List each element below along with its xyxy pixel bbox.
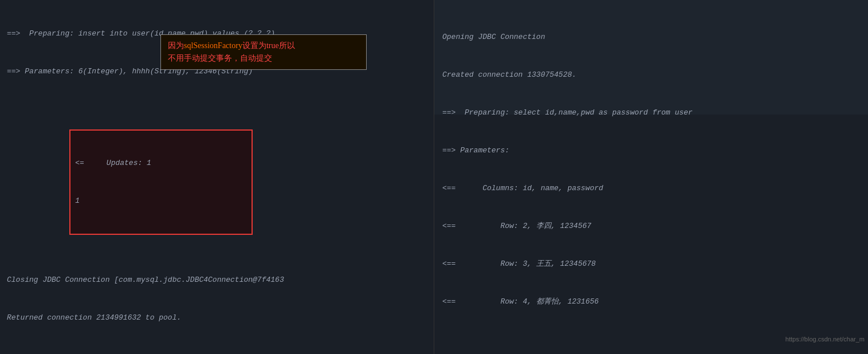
- rc-7: <== Row: 3, 王五, 12345678: [442, 258, 860, 270]
- rc-3: ==> Preparing: select id,name,pwd as pas…: [442, 107, 860, 119]
- red-border-box-left: <= Updates: 1 1: [69, 129, 253, 235]
- rc-4: ==> Parameters:: [442, 144, 860, 157]
- rc-8: <== Row: 4, 都菁怡, 1231656: [442, 296, 860, 308]
- right-console: Opening JDBC Connection Created connecti…: [434, 0, 868, 354]
- rc-5: <== Columns: id, name, password: [442, 182, 860, 195]
- main-container: UserMapper mapper = sqlSession.getMapper…: [0, 0, 868, 354]
- annotation-line2: 不用手动提交事务，自动提交: [168, 52, 359, 65]
- right-panel: Opening JDBC Connection Created connecti…: [434, 0, 868, 354]
- lc-5: <= Updates: 1: [75, 157, 247, 170]
- lc-6: 1: [75, 195, 247, 207]
- lc-8: Returned connection 2134991632 to pool.: [7, 312, 427, 324]
- annotation-line1: 因为sqlSessionFactory设置为true所以: [168, 40, 359, 52]
- red-border-left-wrapper: <= Updates: 1 1: [34, 116, 434, 249]
- rc-2: Created connection 1330754528.: [442, 69, 860, 81]
- lc-2: Created connection 2134991632.: [7, 0, 427, 2]
- annotation-bubble: 因为sqlSessionFactory设置为true所以 不用手动提交事务，自动…: [160, 34, 367, 70]
- rc-9-wrapper: <== Row: 6, hhhh, 12346: [469, 346, 868, 354]
- lc-7: Closing JDBC Connection [com.mysql.jdbc.…: [7, 274, 427, 286]
- rc-1: Opening JDBC Connection: [442, 31, 860, 44]
- rc-6: <== Row: 2, 李四, 1234567: [442, 220, 860, 233]
- left-panel: UserMapper mapper = sqlSession.getMapper…: [0, 0, 434, 354]
